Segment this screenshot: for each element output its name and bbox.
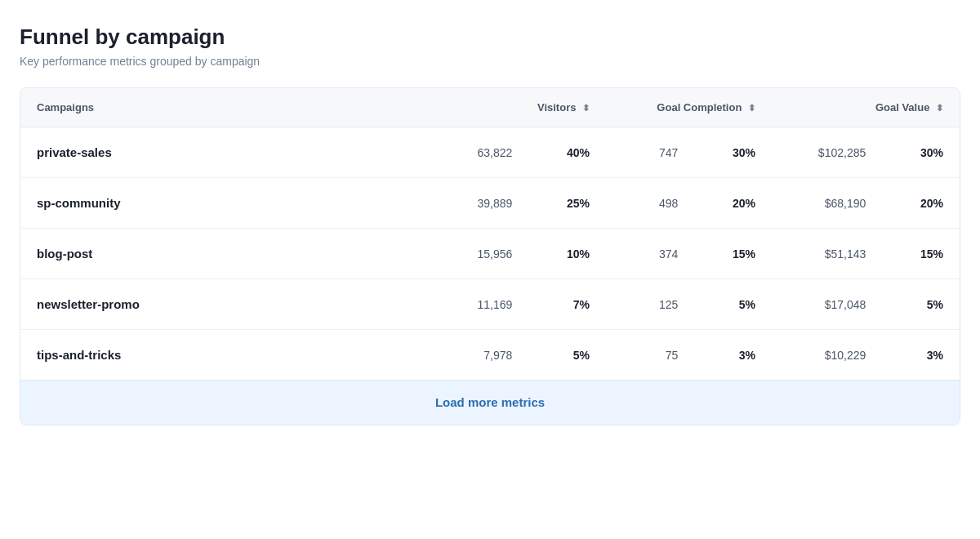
visitors-sort-icon: ⬍ [582,103,590,114]
value-number: $68,190 [772,178,882,229]
goal-number: 75 [606,330,694,381]
goal-completion-sort-icon: ⬍ [748,103,755,114]
col-header-goal-completion[interactable]: Goal Completion ⬍ [606,88,772,127]
visitors-number: 15,956 [440,229,528,279]
table-row: blog-post 15,956 10% 374 15% $51,143 15% [20,229,960,279]
visitors-percent: 40% [528,127,606,178]
page-subtitle: Key performance metrics grouped by campa… [20,55,960,68]
goal-number: 498 [606,178,694,229]
value-number: $51,143 [772,229,882,279]
value-percent: 5% [882,279,960,330]
page-title: Funnel by campaign [20,24,960,50]
goal-percent: 5% [694,279,772,330]
table-row: tips-and-tricks 7,978 5% 75 3% $10,229 3… [20,330,960,381]
visitors-number: 7,978 [440,330,528,381]
visitors-number: 63,822 [440,127,528,178]
campaign-name: sp-community [20,178,440,229]
value-number: $102,285 [772,127,882,178]
col-header-visitors[interactable]: Visitors ⬍ [440,88,606,127]
visitors-number: 11,169 [440,279,528,330]
table-row: private-sales 63,822 40% 747 30% $102,28… [20,127,960,178]
visitors-percent: 10% [528,229,606,279]
page-header: Funnel by campaign Key performance metri… [20,24,960,68]
metrics-table: Campaigns Visitors ⬍ Goal Completion ⬍ G… [20,88,960,425]
value-percent: 20% [882,178,960,229]
visitors-percent: 25% [528,178,606,229]
value-number: $10,229 [772,330,882,381]
goal-percent: 15% [694,229,772,279]
table-row: newsletter-promo 11,169 7% 125 5% $17,04… [20,279,960,330]
campaign-name: private-sales [20,127,440,178]
value-percent: 15% [882,229,960,279]
col-header-campaigns: Campaigns [20,88,440,127]
value-number: $17,048 [772,279,882,330]
visitors-percent: 5% [528,330,606,381]
col-header-goal-value[interactable]: Goal Value ⬍ [772,88,960,127]
campaign-name: tips-and-tricks [20,330,440,381]
campaign-name: newsletter-promo [20,279,440,330]
goal-number: 374 [606,229,694,279]
goal-number: 747 [606,127,694,178]
visitors-percent: 7% [528,279,606,330]
goal-percent: 30% [694,127,772,178]
campaign-name: blog-post [20,229,440,279]
metrics-table-container: Campaigns Visitors ⬍ Goal Completion ⬍ G… [20,87,960,425]
load-more-cell: Load more metrics [20,381,960,425]
goal-value-sort-icon: ⬍ [936,103,943,114]
visitors-number: 39,889 [440,178,528,229]
value-percent: 3% [882,330,960,381]
load-more-button[interactable]: Load more metrics [435,395,545,409]
goal-percent: 3% [694,330,772,381]
goal-percent: 20% [694,178,772,229]
value-percent: 30% [882,127,960,178]
goal-number: 125 [606,279,694,330]
table-header-row: Campaigns Visitors ⬍ Goal Completion ⬍ G… [20,88,960,127]
table-row: sp-community 39,889 25% 498 20% $68,190 … [20,178,960,229]
load-more-row: Load more metrics [20,381,960,425]
